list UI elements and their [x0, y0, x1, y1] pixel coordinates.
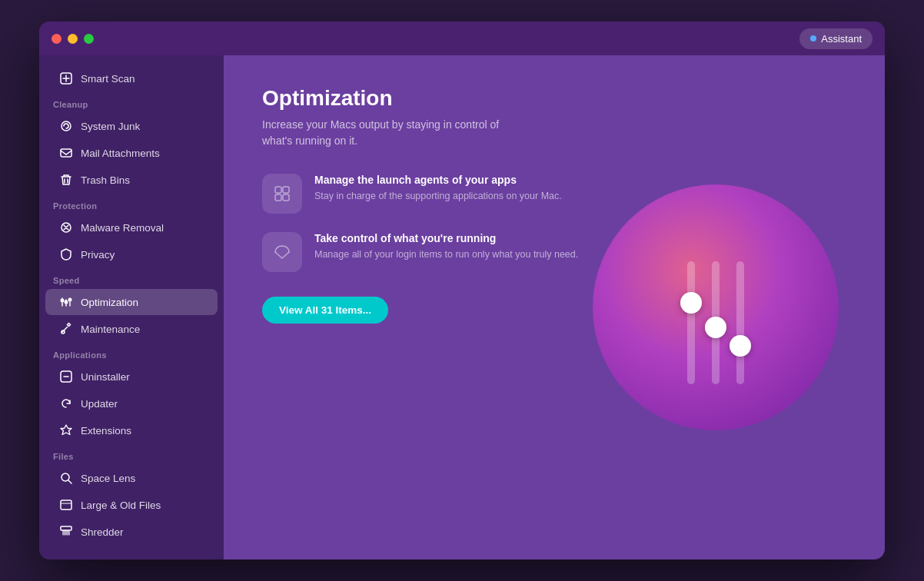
- app-window: Assistant Smart Scan Cleanup: [39, 22, 885, 559]
- mail-attachments-label: Mail Attachments: [81, 148, 160, 159]
- main-content: Smart Scan Cleanup System Junk: [39, 55, 885, 559]
- optimization-illustration: [593, 184, 839, 430]
- extensions-icon: [59, 423, 73, 437]
- sidebar-item-space-lens[interactable]: Space Lens: [45, 465, 218, 491]
- assistant-label: Assistant: [821, 33, 862, 45]
- sidebar-item-mail-attachments[interactable]: Mail Attachments: [45, 140, 218, 166]
- maintenance-label: Maintenance: [81, 324, 140, 335]
- sidebar-item-large-old-files[interactable]: Large & Old Files: [45, 492, 218, 518]
- feature-card-login-items: Take control of what you're running Mana…: [262, 232, 585, 272]
- shredder-icon: [59, 525, 73, 539]
- large-old-files-label: Large & Old Files: [81, 500, 161, 511]
- page-title: Optimization: [262, 86, 846, 111]
- slider-thumb-2: [705, 317, 726, 338]
- content-area: Optimization Increase your Macs output b…: [224, 55, 885, 559]
- titlebar: Assistant: [39, 22, 885, 55]
- traffic-lights: [52, 34, 94, 44]
- svg-line-13: [68, 480, 71, 483]
- system-junk-label: System Junk: [81, 121, 140, 132]
- minimize-button[interactable]: [68, 34, 78, 44]
- extensions-label: Extensions: [81, 425, 131, 437]
- sidebar-item-maintenance[interactable]: Maintenance: [45, 316, 218, 342]
- slider-1: [687, 261, 695, 384]
- smart-scan-icon: [59, 71, 73, 85]
- svg-point-9: [68, 298, 72, 302]
- section-label-cleanup: Cleanup: [39, 92, 224, 112]
- maximize-button[interactable]: [84, 34, 94, 44]
- feature-desc-launch-agents: Stay in charge of the supporting applica…: [314, 189, 562, 204]
- slider-3: [736, 261, 744, 384]
- view-all-button[interactable]: View All 31 Items...: [262, 297, 388, 324]
- illus-circle: [593, 184, 839, 430]
- optimization-label: Optimization: [81, 297, 138, 308]
- optimization-icon: [59, 295, 73, 309]
- page-subtitle: Increase your Macs output by staying in …: [262, 117, 508, 149]
- smart-scan-label: Smart Scan: [81, 73, 135, 85]
- feature-title-login-items: Take control of what you're running: [314, 232, 578, 244]
- section-label-speed: Speed: [39, 268, 224, 288]
- slider-thumb-1: [680, 292, 702, 314]
- sidebar-item-trash-bins[interactable]: Trash Bins: [45, 167, 218, 193]
- privacy-label: Privacy: [81, 249, 115, 261]
- close-button[interactable]: [52, 34, 61, 44]
- updater-label: Updater: [81, 398, 118, 410]
- sidebar-item-uninstaller[interactable]: Uninstaller: [45, 364, 218, 390]
- svg-rect-19: [283, 187, 289, 193]
- space-lens-icon: [59, 471, 73, 485]
- sidebar-item-optimization[interactable]: Optimization: [45, 289, 218, 315]
- section-label-files: Files: [39, 444, 224, 464]
- trash-bins-label: Trash Bins: [81, 174, 130, 186]
- slider-2: [712, 261, 720, 384]
- system-junk-icon: [59, 119, 73, 133]
- svg-point-7: [61, 299, 65, 303]
- uninstaller-icon: [59, 370, 73, 383]
- svg-rect-18: [275, 194, 281, 201]
- feature-desc-login-items: Manage all of your login items to run on…: [314, 247, 578, 262]
- sliders: [687, 231, 744, 384]
- privacy-icon: [59, 247, 73, 261]
- malware-removal-label: Malware Removal: [81, 222, 164, 234]
- feature-card-launch-agents: Manage the launch agents of your apps St…: [262, 174, 585, 214]
- feature-text-launch-agents: Manage the launch agents of your apps St…: [314, 174, 562, 204]
- malware-icon: [59, 221, 73, 234]
- sidebar-item-extensions[interactable]: Extensions: [45, 417, 218, 443]
- sidebar-item-privacy[interactable]: Privacy: [45, 241, 218, 267]
- maintenance-icon: [59, 322, 73, 336]
- sidebar-item-malware-removal[interactable]: Malware Removal: [45, 214, 218, 241]
- sidebar: Smart Scan Cleanup System Junk: [39, 55, 224, 559]
- sidebar-item-smart-scan[interactable]: Smart Scan: [45, 65, 218, 91]
- space-lens-label: Space Lens: [81, 473, 135, 484]
- trash-icon: [59, 173, 73, 187]
- sidebar-item-system-junk[interactable]: System Junk: [45, 113, 218, 139]
- sidebar-item-shredder[interactable]: Shredder: [45, 519, 218, 545]
- shredder-label: Shredder: [81, 526, 124, 538]
- section-label-applications: Applications: [39, 343, 224, 363]
- feature-title-launch-agents: Manage the launch agents of your apps: [314, 174, 562, 186]
- assistant-button[interactable]: Assistant: [799, 28, 872, 49]
- updater-icon: [59, 397, 73, 410]
- large-files-icon: [59, 498, 73, 512]
- feature-icon-login-items: [262, 232, 302, 272]
- feature-icon-launch-agents: [262, 174, 302, 214]
- svg-rect-2: [61, 149, 71, 157]
- section-label-protection: Protection: [39, 194, 224, 214]
- svg-point-8: [65, 300, 68, 304]
- svg-rect-16: [61, 526, 71, 530]
- svg-rect-20: [283, 194, 289, 201]
- assistant-dot: [810, 35, 816, 42]
- mail-icon: [59, 146, 73, 160]
- slider-thumb-3: [730, 335, 751, 357]
- svg-point-1: [61, 121, 71, 131]
- svg-rect-14: [61, 500, 71, 510]
- feature-text-login-items: Take control of what you're running Mana…: [314, 232, 578, 262]
- sidebar-item-updater[interactable]: Updater: [45, 390, 218, 417]
- svg-rect-17: [275, 187, 281, 193]
- uninstaller-label: Uninstaller: [81, 371, 130, 383]
